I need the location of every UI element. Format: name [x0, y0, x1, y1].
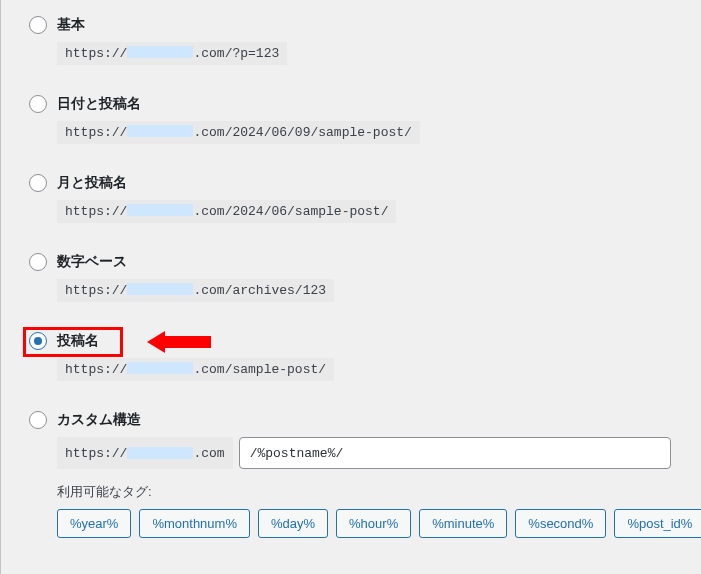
- permalink-settings-panel: 基本 https://.com/?p=123 日付と投稿名 https://.c…: [0, 0, 701, 574]
- url-suffix: .com/?p=123: [193, 46, 279, 61]
- label-month-name[interactable]: 月と投稿名: [57, 174, 127, 192]
- tag-second[interactable]: %second%: [515, 509, 606, 538]
- permalink-option-numeric: 数字ベース https://.com/archives/123: [1, 249, 701, 328]
- label-plain[interactable]: 基本: [57, 16, 85, 34]
- url-preview-post-name: https://.com/sample-post/: [57, 358, 334, 381]
- label-post-name[interactable]: 投稿名: [57, 332, 99, 350]
- url-preview-day-name: https://.com/2024/06/09/sample-post/: [57, 121, 420, 144]
- available-tags-label: 利用可能なタグ:: [57, 483, 701, 501]
- tag-year[interactable]: %year%: [57, 509, 131, 538]
- permalink-option-custom: カスタム構造 https://.com 利用可能なタグ: %year% %mon…: [1, 407, 701, 550]
- arrow-left-icon: [147, 331, 211, 353]
- url-prefix: https://: [65, 283, 127, 298]
- label-numeric[interactable]: 数字ベース: [57, 253, 127, 271]
- url-suffix: .com/sample-post/: [193, 362, 326, 377]
- domain-mask: [127, 283, 193, 295]
- permalink-option-day-name: 日付と投稿名 https://.com/2024/06/09/sample-po…: [1, 91, 701, 170]
- url-preview-month-name: https://.com/2024/06/sample-post/: [57, 200, 396, 223]
- custom-structure-row: https://.com: [57, 437, 701, 469]
- domain-mask: [127, 125, 193, 137]
- url-prefix: https://: [65, 362, 127, 377]
- url-prefix: https://: [65, 125, 127, 140]
- url-suffix: .com/archives/123: [193, 283, 326, 298]
- permalink-option-month-name: 月と投稿名 https://.com/2024/06/sample-post/: [1, 170, 701, 249]
- label-custom[interactable]: カスタム構造: [57, 411, 141, 429]
- url-preview-plain: https://.com/?p=123: [57, 42, 287, 65]
- tag-hour[interactable]: %hour%: [336, 509, 411, 538]
- domain-mask: [127, 362, 193, 374]
- permalink-option-plain: 基本 https://.com/?p=123: [1, 12, 701, 91]
- url-prefix: https://: [65, 46, 127, 61]
- radio-day-name[interactable]: [29, 95, 47, 113]
- radio-post-name[interactable]: [29, 332, 47, 350]
- permalink-option-post-name: 投稿名 https://.com/sample-post/: [1, 328, 701, 407]
- url-suffix: .com/2024/06/09/sample-post/: [193, 125, 411, 140]
- url-prefix: https://: [65, 204, 127, 219]
- radio-plain[interactable]: [29, 16, 47, 34]
- domain-mask: [127, 447, 193, 459]
- url-prefix: https://: [65, 446, 127, 461]
- svg-marker-0: [147, 331, 211, 353]
- radio-month-name[interactable]: [29, 174, 47, 192]
- url-suffix: .com: [193, 446, 224, 461]
- domain-mask: [127, 46, 193, 58]
- custom-url-prefix: https://.com: [57, 437, 233, 469]
- tag-monthnum[interactable]: %monthnum%: [139, 509, 250, 538]
- url-preview-numeric: https://.com/archives/123: [57, 279, 334, 302]
- tag-day[interactable]: %day%: [258, 509, 328, 538]
- available-tags-row: %year% %monthnum% %day% %hour% %minute% …: [57, 509, 701, 538]
- radio-numeric[interactable]: [29, 253, 47, 271]
- tag-minute[interactable]: %minute%: [419, 509, 507, 538]
- tag-post-id[interactable]: %post_id%: [614, 509, 701, 538]
- domain-mask: [127, 204, 193, 216]
- custom-structure-input[interactable]: [239, 437, 671, 469]
- label-day-name[interactable]: 日付と投稿名: [57, 95, 141, 113]
- radio-custom[interactable]: [29, 411, 47, 429]
- url-suffix: .com/2024/06/sample-post/: [193, 204, 388, 219]
